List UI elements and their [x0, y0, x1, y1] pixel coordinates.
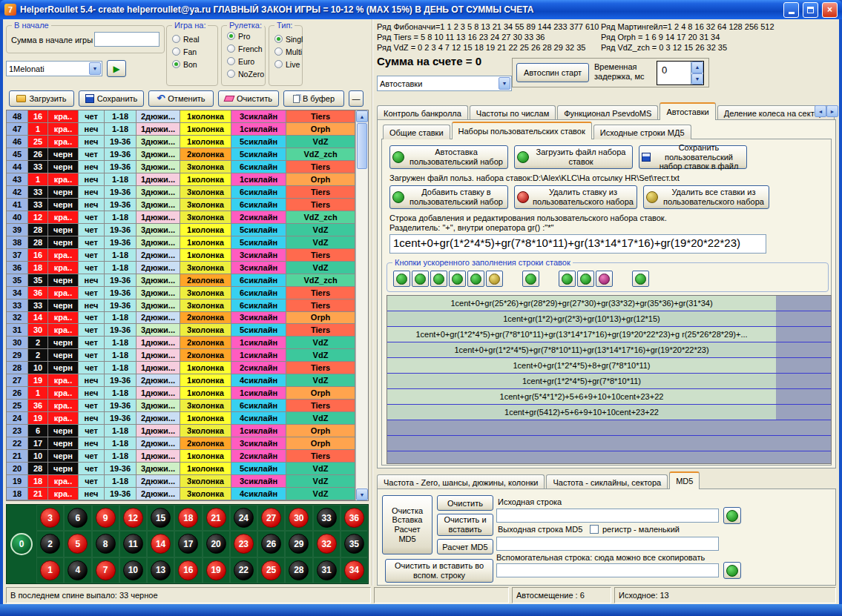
table-row[interactable]: 302чернчет1-181дюжи...2колонка1сиклайнVd…	[7, 337, 355, 349]
copy-to-buffer-button[interactable]: В буфер	[283, 90, 344, 107]
table-row[interactable]: 3928чернчет19-363дюжи...1колонка5сиклайн…	[7, 224, 355, 236]
lowercase-checkbox[interactable]	[590, 525, 599, 534]
board-cell-4[interactable]: 4	[64, 557, 91, 583]
table-row[interactable]: 3618кра..чет1-182дюжи...3колонка3сиклайн…	[7, 262, 355, 274]
md5-master-button[interactable]: Очистка Вставка Расчет MD5	[382, 495, 432, 554]
start-button[interactable]: ▶	[107, 60, 126, 77]
quick-bet-button[interactable]	[577, 271, 594, 287]
table-row[interactable]: 292чернчет1-181дюжи...2колонка1сиклайнVd…	[7, 349, 355, 362]
table-row[interactable]: 4433черннеч19-363дюжи...3колонка6сиклайн…	[7, 161, 355, 173]
autospin-button[interactable]: Автоспин старт	[516, 63, 589, 82]
board-cell-9[interactable]: 9	[92, 505, 119, 531]
bet-list-item[interactable]: 1cent+gr(1*2)+gr(2*3)+gr(10*13)+gr(12*15…	[387, 311, 831, 327]
sub-tab-2[interactable]: Исходные строки МД5	[593, 125, 691, 139]
quick-bet-button[interactable]	[632, 271, 649, 287]
freq-tab-0[interactable]: Частота - Zero, шансы, дюжины, колонки	[377, 474, 545, 489]
md5-clear-paste-button[interactable]: Очистить и вставить	[437, 514, 493, 536]
board-cell-17[interactable]: 17	[174, 531, 202, 557]
md5-output-input[interactable]	[496, 537, 719, 551]
table-row[interactable]: 2719кра..неч19-362дюжи...1колонка4сиклай…	[7, 374, 355, 387]
table-row[interactable]: 4233черннеч19-363дюжи...3колонка6сиклайн…	[7, 186, 355, 199]
board-cell-8[interactable]: 8	[92, 531, 119, 557]
table-row[interactable]: 3535черннеч19-363дюжи...2колонка6сиклайн…	[7, 274, 355, 287]
autobet-userset-button[interactable]: Автоставка пользовательский набор	[389, 145, 508, 169]
board-cell-10[interactable]: 10	[119, 557, 147, 583]
chevron-down-icon[interactable]: ▼	[499, 77, 510, 90]
radio-pro[interactable]: Pro	[227, 30, 265, 42]
bet-list-item[interactable]: 1cent+0+gr(25*26)+gr(28*29)+gr(27*30)+gr…	[387, 296, 831, 311]
table-row[interactable]: 3436кра..чет19-363дюжи...3колонка6сиклай…	[7, 287, 355, 299]
remove-all-bets-button[interactable]: Удалить все ставки из пользовательского …	[643, 185, 769, 209]
board-cell-15[interactable]: 15	[147, 505, 174, 531]
radio-multi[interactable]: Multi	[274, 46, 302, 57]
bet-list-item[interactable]: 1cent+gr(1*2*4*5)+gr(7*8*10*11)	[387, 374, 831, 389]
board-cell-30[interactable]: 30	[285, 505, 312, 531]
bet-edit-input[interactable]: 1cent+0+gr(1*2*4*5)+gr(7*8*10*11)+gr(13*…	[389, 234, 766, 254]
md5-clear-paste-aux-button[interactable]: Очистить и вставить во вспом. строку	[385, 559, 493, 583]
preset-combobox[interactable]: 1Melonati ▼	[6, 61, 102, 76]
undo-button[interactable]: ↶ Отменить	[148, 90, 214, 107]
table-scrollbar[interactable]: ▲ ▼	[355, 110, 368, 500]
main-tab-2[interactable]: Функционал PsevdoMS	[557, 105, 658, 120]
table-row[interactable]: 1918кра..чет1-182дюжи...3колонка3сиклайн…	[7, 475, 355, 488]
board-cell-21[interactable]: 21	[203, 505, 230, 531]
remove-bet-button[interactable]: Удалить ставку из пользовательского набо…	[514, 185, 637, 209]
clear-button[interactable]: Очистить	[218, 90, 279, 107]
table-row[interactable]: 2810чернчет1-181дюжи...1колонка2сиклайнT…	[7, 362, 355, 374]
scroll-up-icon[interactable]: ▲	[356, 110, 368, 122]
radio-nozero[interactable]: NoZero	[227, 68, 265, 79]
board-cell-11[interactable]: 11	[119, 531, 147, 557]
board-cell-14[interactable]: 14	[147, 531, 174, 557]
table-row[interactable]: 261кра..неч1-181дюжи...1колонка1сиклайнO…	[7, 387, 355, 400]
quick-bet-button[interactable]	[412, 271, 429, 287]
board-cell-1[interactable]: 1	[36, 557, 64, 583]
board-cell-18[interactable]: 18	[174, 505, 202, 531]
board-cell-26[interactable]: 26	[257, 531, 285, 557]
bet-list-item[interactable]: 1cent+0+gr(1*2*4*5)+gr(7*8*10*11)+gr(13*…	[387, 342, 831, 358]
bet-list-item[interactable]: 1cent+0+gr(1*2*4*5)+gr(7*8*10*11)+gr(13*…	[387, 327, 831, 342]
save-button[interactable]: Сохранить	[79, 90, 144, 107]
board-cell-12[interactable]: 12	[119, 505, 147, 531]
board-cell-0[interactable]: 0	[7, 505, 36, 583]
quick-bet-button[interactable]	[596, 271, 613, 287]
board-cell-28[interactable]: 28	[285, 557, 312, 583]
board-cell-22[interactable]: 22	[230, 557, 257, 583]
load-button[interactable]: Загрузить	[9, 90, 74, 107]
mode-combobox[interactable]: Автоставки ▼	[377, 76, 512, 91]
spinner-up-icon[interactable]: ▲	[691, 62, 703, 73]
table-row[interactable]: 3130кра..чет19-363дюжи...3колонка5сиклай…	[7, 324, 355, 337]
maximize-button[interactable]	[803, 2, 818, 18]
quick-bet-button[interactable]	[467, 271, 484, 287]
close-button[interactable]: ×	[822, 2, 838, 18]
radio-live[interactable]: Live	[274, 59, 302, 70]
bet-list-item[interactable]: 1cent+gr(5*4*1*2)+5+6+9+10+10cent+23+22	[387, 389, 831, 405]
main-tab-1[interactable]: Частоты по числам	[470, 105, 556, 120]
board-cell-36[interactable]: 36	[341, 505, 368, 531]
radio-singl[interactable]: Singl	[274, 33, 302, 44]
main-tab-0[interactable]: Контроль банкролла	[377, 105, 468, 120]
board-cell-29[interactable]: 29	[285, 531, 312, 557]
radio-real[interactable]: Real	[172, 33, 217, 44]
freq-tab-2[interactable]: MD5	[669, 471, 700, 489]
md5-calc-button[interactable]: Расчет MD5	[437, 539, 493, 554]
board-cell-20[interactable]: 20	[203, 531, 230, 557]
board-cell-31[interactable]: 31	[313, 557, 341, 583]
md5-aux-input[interactable]	[496, 563, 719, 577]
scroll-down-icon[interactable]: ▼	[356, 489, 368, 500]
md5-clear-button[interactable]: Очистить	[437, 495, 493, 511]
spinner-down-icon[interactable]: ▼	[691, 73, 703, 85]
quick-bet-button[interactable]	[430, 271, 447, 287]
quick-bet-button[interactable]	[393, 271, 410, 287]
table-row[interactable]: 4625кра..неч19-363дюжи...1колонка5сиклай…	[7, 136, 355, 148]
bet-list-item[interactable]: 1cent+0+gr(1*2*4*5)+8+gr(7*8*10*11)	[387, 358, 831, 374]
board-cell-2[interactable]: 2	[36, 531, 64, 557]
md5-source-input[interactable]	[496, 509, 719, 523]
bet-list-item[interactable]: 1cent+gr(5412)+5+6+9+10+10cent+23+22	[387, 405, 831, 420]
quick-bet-button[interactable]	[522, 271, 539, 287]
board-cell-6[interactable]: 6	[64, 505, 91, 531]
table-row[interactable]: 2217черннеч1-182дюжи...2колонка3сиклайнO…	[7, 437, 355, 450]
table-row[interactable]: 2536кра..чет19-363дюжи...3колонка6сиклай…	[7, 400, 355, 412]
save-bet-file-button[interactable]: Сохранить пользовательский набор ставок …	[639, 145, 747, 169]
table-row[interactable]: 2110чернчет1-181дюжи...1колонка2сиклайнT…	[7, 450, 355, 463]
board-cell-35[interactable]: 35	[341, 531, 368, 557]
